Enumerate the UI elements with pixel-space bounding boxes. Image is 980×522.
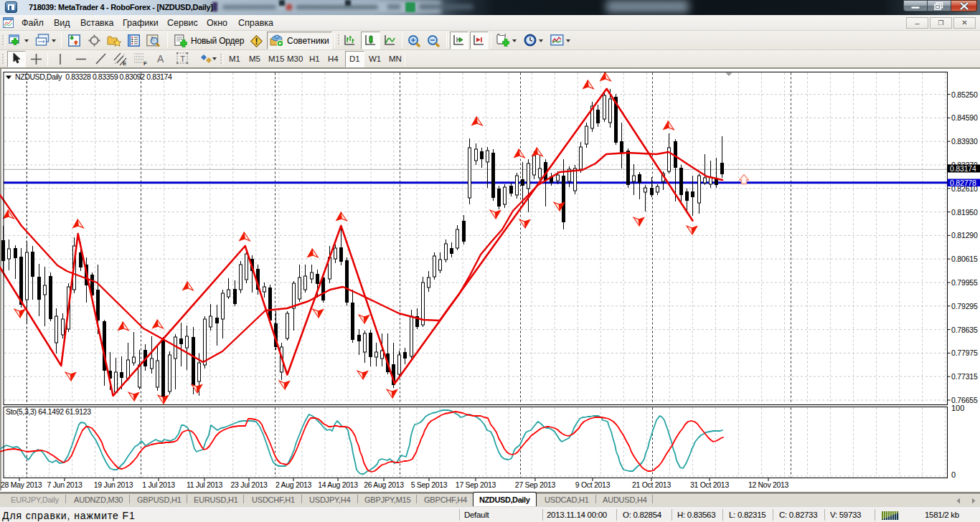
svg-text:27 Sep 2013: 27 Sep 2013 <box>515 480 556 489</box>
svg-text:0.85250: 0.85250 <box>951 90 978 99</box>
svg-text:21 Oct 2013: 21 Oct 2013 <box>632 480 671 489</box>
svg-text:17 Sep 2013: 17 Sep 2013 <box>456 480 496 489</box>
svg-text:11 Jul 2013: 11 Jul 2013 <box>187 480 223 489</box>
svg-text:0.83930: 0.83930 <box>951 137 978 146</box>
svg-text:23 Jul 2013: 23 Jul 2013 <box>231 480 268 489</box>
svg-text:0.81290: 0.81290 <box>951 231 978 239</box>
svg-text:1 Jul 2013: 1 Jul 2013 <box>142 480 175 489</box>
svg-text:14 Aug 2013: 14 Aug 2013 <box>318 480 358 489</box>
svg-text:100: 100 <box>951 404 964 412</box>
svg-text:12 Nov 2013: 12 Nov 2013 <box>748 480 789 489</box>
svg-text:NZDUSD,Daily 0.83328 0.83359: NZDUSD,Daily 0.83328 0.83359 0.83092 0.8… <box>15 72 172 81</box>
svg-text:0.77315: 0.77315 <box>951 372 978 381</box>
svg-text:0.77975: 0.77975 <box>951 348 978 357</box>
svg-text:0.80615: 0.80615 <box>951 255 978 263</box>
svg-text:31 Oct 2013: 31 Oct 2013 <box>690 480 729 489</box>
svg-text:0.82778: 0.82778 <box>950 179 976 187</box>
svg-text:19 Jun 2013: 19 Jun 2013 <box>94 480 133 489</box>
svg-text:7 Jun 2013: 7 Jun 2013 <box>47 480 83 489</box>
svg-text:0.79955: 0.79955 <box>951 278 978 287</box>
svg-text:0.84590: 0.84590 <box>951 113 978 122</box>
svg-text:0.83174: 0.83174 <box>950 164 976 173</box>
svg-text:28 May 2013: 28 May 2013 <box>1 480 42 489</box>
svg-text:0.78635: 0.78635 <box>951 326 978 334</box>
svg-text:0.79295: 0.79295 <box>951 302 978 310</box>
svg-text:5 Sep 2013: 5 Sep 2013 <box>411 480 448 489</box>
svg-text:0: 0 <box>951 470 956 479</box>
svg-text:0.81950: 0.81950 <box>951 208 978 217</box>
svg-text:Sto(5,3,3) 64.1492 61.9123: Sto(5,3,3) 64.1492 61.9123 <box>6 407 91 416</box>
svg-text:9 Oct 2013: 9 Oct 2013 <box>575 480 611 489</box>
svg-text:2 Aug 2013: 2 Aug 2013 <box>275 480 312 489</box>
svg-text:26 Aug 2013: 26 Aug 2013 <box>364 480 404 489</box>
